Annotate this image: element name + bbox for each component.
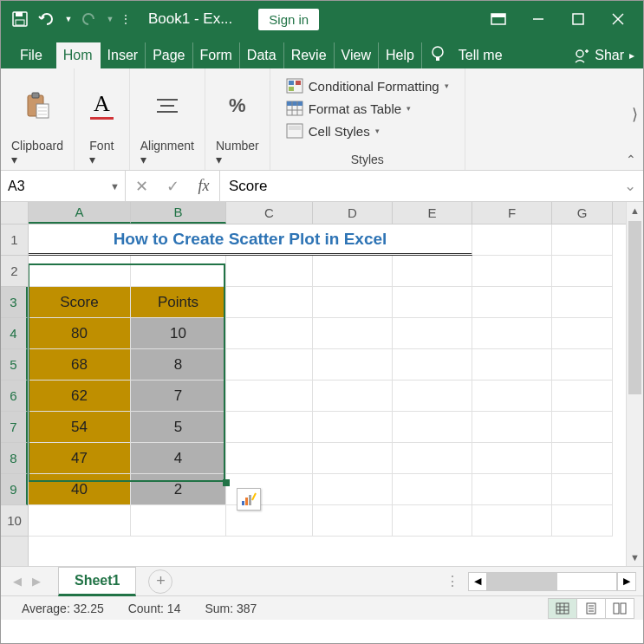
undo-dropdown-icon[interactable]: ▼ — [62, 5, 75, 33]
cell-E8[interactable] — [393, 443, 472, 474]
ribbon-display-options-icon[interactable] — [478, 1, 518, 37]
sheet-nav-prev-icon[interactable]: ◀ — [8, 575, 27, 588]
qat-customize-icon[interactable]: ⋮ — [117, 5, 133, 33]
cell-E4[interactable] — [393, 318, 472, 349]
cell-B4[interactable]: 10 — [131, 318, 226, 349]
cell-F1[interactable] — [472, 224, 552, 256]
tell-me-label[interactable]: Tell me — [453, 42, 508, 68]
cell-B3[interactable]: Points — [131, 287, 226, 318]
tab-page-layout[interactable]: Page — [146, 42, 192, 68]
column-header-C[interactable]: C — [226, 202, 313, 224]
cell-C3[interactable] — [226, 287, 313, 318]
cell-G1[interactable] — [552, 224, 613, 256]
horizontal-scrollbar[interactable]: ⋮ ◀ ▶ — [446, 572, 636, 591]
sign-in-button[interactable]: Sign in — [258, 9, 319, 30]
formula-input[interactable]: Score ⌄ — [220, 171, 643, 201]
cell-C2[interactable] — [226, 256, 313, 287]
cell-G5[interactable] — [552, 349, 613, 381]
view-normal-icon[interactable] — [548, 598, 577, 619]
minimize-icon[interactable] — [518, 1, 558, 37]
cell-F5[interactable] — [472, 349, 552, 381]
cell-C4[interactable] — [226, 318, 313, 349]
cell-A5[interactable]: 68 — [29, 349, 131, 381]
share-button[interactable]: Shar ▸ — [565, 42, 643, 68]
scroll-up-icon[interactable]: ▲ — [627, 202, 643, 219]
cell-F2[interactable] — [472, 256, 552, 287]
cell-B7[interactable]: 5 — [131, 412, 226, 443]
vertical-scrollbar[interactable]: ▲ ▼ — [626, 202, 643, 566]
cell-C5[interactable] — [226, 349, 313, 381]
name-box[interactable]: ▼ — [1, 171, 126, 201]
cell-A9[interactable]: 40 — [29, 474, 131, 505]
name-box-input[interactable] — [8, 179, 118, 194]
select-all-corner[interactable] — [1, 202, 28, 224]
cell-G9[interactable] — [552, 474, 613, 505]
cell-F10[interactable] — [472, 505, 552, 537]
expand-formula-bar-icon[interactable]: ⌄ — [624, 177, 636, 195]
cell-styles-button[interactable]: Cell Styles ▾ — [283, 120, 452, 141]
cell-F3[interactable] — [472, 287, 552, 318]
redo-icon[interactable] — [75, 5, 103, 33]
cell-G7[interactable] — [552, 412, 613, 443]
tab-insert[interactable]: Inser — [101, 42, 146, 68]
tell-me-bulb-icon[interactable] — [422, 41, 453, 68]
save-icon[interactable] — [6, 5, 34, 33]
formula-enter-icon[interactable]: ✓ — [157, 177, 188, 196]
cell-E5[interactable] — [393, 349, 472, 381]
column-header-E[interactable]: E — [393, 202, 472, 224]
name-box-dropdown-icon[interactable]: ▼ — [110, 181, 120, 192]
sheet-nav-next-icon[interactable]: ▶ — [27, 575, 46, 588]
row-header-4[interactable]: 4 — [1, 318, 28, 349]
cell-E7[interactable] — [393, 412, 472, 443]
cell-F9[interactable] — [472, 474, 552, 505]
tab-home[interactable]: Hom — [56, 42, 101, 68]
cell-F7[interactable] — [472, 412, 552, 443]
hscroll-thumb[interactable] — [488, 573, 557, 590]
cell-D8[interactable] — [313, 443, 393, 474]
cell-G8[interactable] — [552, 443, 613, 474]
tab-formulas[interactable]: Form — [193, 42, 240, 68]
cell-G6[interactable] — [552, 381, 613, 412]
cell-B5[interactable]: 8 — [131, 349, 226, 381]
cell-D3[interactable] — [313, 287, 393, 318]
cell-A10[interactable] — [29, 505, 131, 537]
cell-F4[interactable] — [472, 318, 552, 349]
tab-view[interactable]: View — [335, 42, 379, 68]
cell-D6[interactable] — [313, 381, 393, 412]
insert-function-icon[interactable]: fx — [188, 177, 219, 195]
tab-help[interactable]: Help — [379, 42, 422, 68]
cell-A6[interactable]: 62 — [29, 381, 131, 412]
column-header-D[interactable]: D — [313, 202, 393, 224]
cell-G4[interactable] — [552, 318, 613, 349]
font-button[interactable]: A — [85, 88, 119, 123]
scroll-down-icon[interactable]: ▼ — [627, 549, 643, 566]
number-format-button[interactable]: % — [224, 91, 251, 120]
cell-C8[interactable] — [226, 443, 313, 474]
view-page-break-icon[interactable] — [605, 598, 634, 619]
cell-G10[interactable] — [552, 505, 613, 537]
cell-D7[interactable] — [313, 412, 393, 443]
cell-B10[interactable] — [131, 505, 226, 537]
tab-file[interactable]: File — [6, 42, 56, 68]
cell-A3[interactable]: Score — [29, 287, 131, 318]
undo-icon[interactable] — [34, 5, 62, 33]
sheet-tab-active[interactable]: Sheet1 — [58, 567, 136, 596]
cell-C6[interactable] — [226, 381, 313, 412]
formula-cancel-icon[interactable]: ✕ — [126, 177, 157, 196]
cell-D10[interactable] — [313, 505, 393, 537]
column-header-B[interactable]: B — [131, 202, 226, 224]
alignment-button[interactable] — [150, 93, 185, 119]
cell-A7[interactable]: 54 — [29, 412, 131, 443]
column-header-G[interactable]: G — [552, 202, 613, 224]
column-header-A[interactable]: A — [29, 202, 131, 224]
cell-E10[interactable] — [393, 505, 472, 537]
cell-F6[interactable] — [472, 381, 552, 412]
cell-E6[interactable] — [393, 381, 472, 412]
cell-A1[interactable]: How to Create Scatter Plot in Excel — [29, 224, 472, 256]
row-header-1[interactable]: 1 — [1, 224, 28, 256]
cell-A2[interactable] — [29, 256, 131, 287]
tab-data[interactable]: Data — [240, 42, 284, 68]
cell-B2[interactable] — [131, 256, 226, 287]
collapse-ribbon-icon[interactable]: ⌃ — [626, 153, 636, 166]
hscroll-track[interactable] — [487, 572, 617, 591]
